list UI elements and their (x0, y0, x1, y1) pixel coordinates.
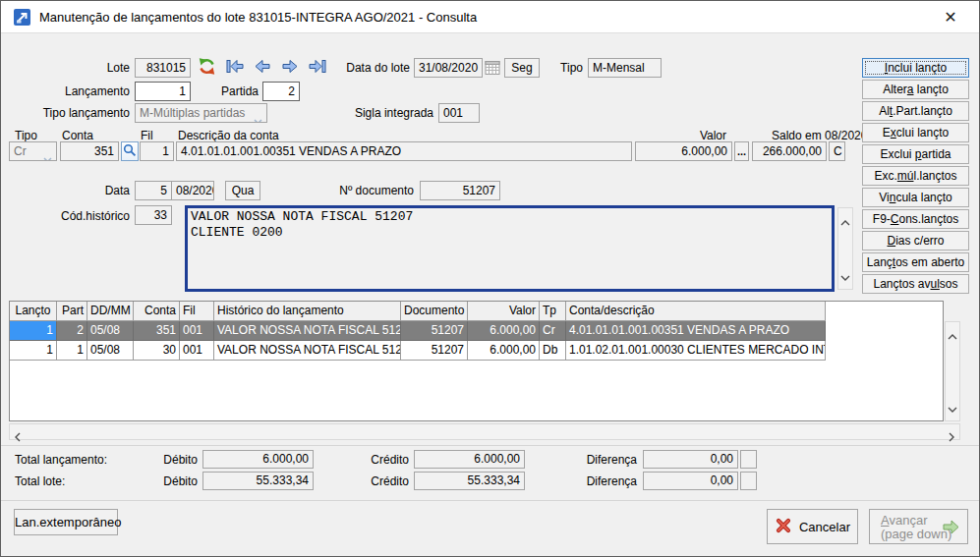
button-label: clui lançto (896, 126, 949, 139)
f9-cons-lanctos-button[interactable]: F9-Cons.lançtos (862, 209, 969, 229)
column-header[interactable]: Fil (180, 302, 214, 321)
exclui-lancto-button[interactable]: Exclui lançto (862, 123, 969, 142)
button-label: F9- (873, 212, 891, 226)
lan-extemporaneo-button[interactable]: Lan.extemporâneo (14, 509, 118, 535)
scroll-left-icon[interactable] (15, 428, 21, 446)
exclui-partida-button[interactable]: Exclui partida (862, 144, 969, 164)
column-header[interactable]: Conta (134, 302, 180, 321)
cell-ddmm[interactable]: 05/08 (87, 321, 134, 341)
next-record-icon[interactable] (279, 58, 301, 76)
cell-historico[interactable]: VALOR NOSSA NOTA FISCAL 51207 (214, 321, 401, 341)
cell-valor[interactable]: 6.000,00 (468, 341, 540, 361)
button-label: Exclui (880, 147, 914, 161)
fil-field: 1 (140, 141, 174, 161)
cell-tp[interactable]: Db (540, 341, 566, 361)
forward-arrow-icon (942, 519, 960, 538)
cell-valor[interactable]: 6.000,00 (468, 321, 540, 341)
cell-lancto[interactable]: 1 (10, 321, 57, 341)
column-header[interactable]: Tp (540, 302, 566, 321)
cell-lancto[interactable]: 1 (10, 341, 57, 361)
button-label: ias c/erro (895, 234, 944, 248)
descricao-conta-field: 4.01.01.01.001.00351 VENDAS A PRAZO (176, 141, 632, 161)
button-label: E (883, 126, 891, 139)
grid-vertical-scrollbar[interactable] (945, 321, 960, 421)
column-header[interactable]: DD/MM (87, 302, 134, 321)
partida-field[interactable]: 2 (262, 82, 300, 101)
conta-lookup-button[interactable] (121, 141, 139, 161)
historico-scrollbar[interactable] (837, 207, 853, 290)
cell-tp[interactable]: Cr (540, 321, 566, 341)
cell-documento[interactable]: 51207 (401, 321, 468, 341)
divider (1, 445, 979, 446)
table-row[interactable]: 1205/08351001VALOR NOSSA NOTA FISCAL 512… (10, 321, 943, 341)
cod-historico-field: 33 (135, 205, 172, 225)
column-header[interactable]: Histórico do lançamento (214, 302, 401, 321)
column-header[interactable]: Documento (401, 302, 468, 321)
valor-more-button[interactable]: ... (734, 141, 749, 161)
saldo-dc-field: C (829, 141, 845, 161)
valor-field: 6.000,00 (635, 141, 732, 161)
avancar-button[interactable]: Avançar(page down) (869, 509, 968, 544)
lanctos-em-aberto-button[interactable]: Lançtos em aberto (862, 252, 969, 272)
historico-textarea[interactable]: VALOR NOSSA NOTA FISCAL 51207 CLIENTE 02… (185, 205, 835, 292)
dias-c-erro-button[interactable]: Dias c/erro (862, 231, 969, 251)
cell-conta_descricao[interactable]: 4.01.01.01.001.00351 VENDAS A PRAZO (566, 321, 826, 341)
calendar-icon[interactable] (485, 59, 500, 79)
alt-part-lancto-button[interactable]: Alt.Part.lançto (862, 101, 969, 121)
lancamentos-grid: LançtoPartDD/MMContaFilHistórico do lanç… (9, 301, 944, 421)
tipo-partida-dropdown: Cr (9, 141, 57, 161)
exc-mul-lanctos-button[interactable]: Exc.múl.lançtos (862, 166, 969, 186)
cancelar-label: Cancelar (799, 520, 850, 534)
cell-documento[interactable]: 51207 (401, 341, 468, 361)
grid-horizontal-scrollbar[interactable] (9, 423, 960, 440)
scroll-up-icon[interactable] (948, 326, 957, 344)
first-record-icon[interactable] (224, 58, 246, 76)
data-day-field: 5 (135, 181, 172, 200)
lanctos-avulsos-button[interactable]: Lançtos avulsos (862, 274, 969, 294)
lancamento-field[interactable]: 1 (135, 82, 191, 101)
total-lancamento-diferenca-field: 0,00 (643, 450, 738, 469)
column-header[interactable]: Lançto (10, 302, 57, 321)
vincula-lancto-button[interactable]: Vincula lançto (862, 188, 969, 207)
total-lote-label: Total lote: (15, 472, 65, 491)
cell-part[interactable]: 2 (57, 321, 87, 341)
credito-label: Crédito (353, 450, 409, 470)
total-lote-diferenca-field: 0,00 (643, 472, 738, 490)
button-label: D (887, 234, 895, 248)
cell-ddmm[interactable]: 05/08 (87, 341, 134, 361)
chevron-down-icon (254, 112, 262, 123)
cell-conta[interactable]: 351 (134, 321, 180, 341)
cell-part[interactable]: 1 (57, 341, 87, 361)
column-header[interactable]: Valor (468, 302, 540, 321)
button-label: Lançtos av (873, 277, 930, 291)
inclui-lancto-button[interactable]: Inclui lançto (862, 58, 969, 78)
lote-field: 831015 (135, 58, 191, 78)
cell-historico[interactable]: VALOR NOSSA NOTA FISCAL 51207 (214, 341, 401, 361)
cell-conta_descricao[interactable]: 1.01.02.01.001.00030 CLIENTES MERCADO IN… (566, 341, 826, 361)
total-lote-debito-field: 55.333,34 (202, 472, 314, 490)
total-lancamento-credito-field: 6.000,00 (414, 450, 525, 469)
app-icon (14, 9, 30, 29)
header-filler (826, 302, 943, 321)
cell-fil[interactable]: 001 (180, 321, 214, 341)
cell-fil[interactable]: 001 (180, 341, 214, 361)
title-bar: Manutenção de lançamentos do lote 831015… (1, 1, 979, 33)
tipo-field: M-Mensal (588, 58, 662, 78)
dialog-window: Manutenção de lançamentos do lote 831015… (0, 0, 980, 557)
table-row[interactable]: 1105/0830001VALOR NOSSA NOTA FISCAL 5120… (10, 341, 943, 361)
column-header[interactable]: Part (57, 302, 87, 321)
cell-conta[interactable]: 30 (134, 341, 180, 361)
previous-record-icon[interactable] (252, 58, 273, 76)
button-label: Vi (879, 191, 889, 204)
column-header[interactable]: Conta/descrição (566, 302, 826, 321)
refresh-icon[interactable] (198, 57, 216, 79)
scroll-down-icon[interactable] (948, 399, 957, 417)
cancelar-button[interactable]: Cancelar (767, 509, 858, 544)
altera-lancto-button[interactable]: Altera lançto (862, 80, 969, 99)
sigla-label: Sigla integrada (343, 103, 433, 123)
scroll-down-icon[interactable] (840, 267, 850, 285)
data-lote-label: Data do lote (325, 58, 410, 78)
scroll-right-icon[interactable] (949, 428, 954, 446)
scroll-up-icon[interactable] (840, 212, 850, 230)
close-button[interactable]: ✕ (930, 2, 971, 32)
